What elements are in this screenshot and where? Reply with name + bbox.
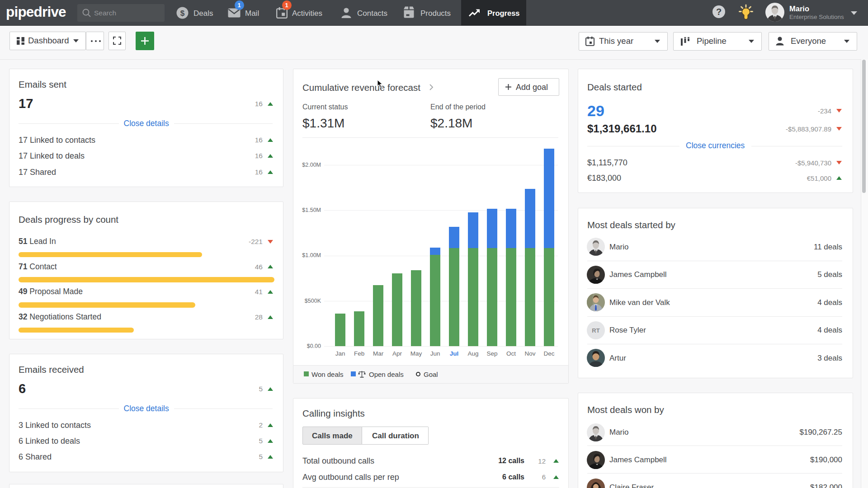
svg-text:$: $ bbox=[180, 9, 185, 18]
svg-text:RT: RT bbox=[592, 327, 599, 333]
